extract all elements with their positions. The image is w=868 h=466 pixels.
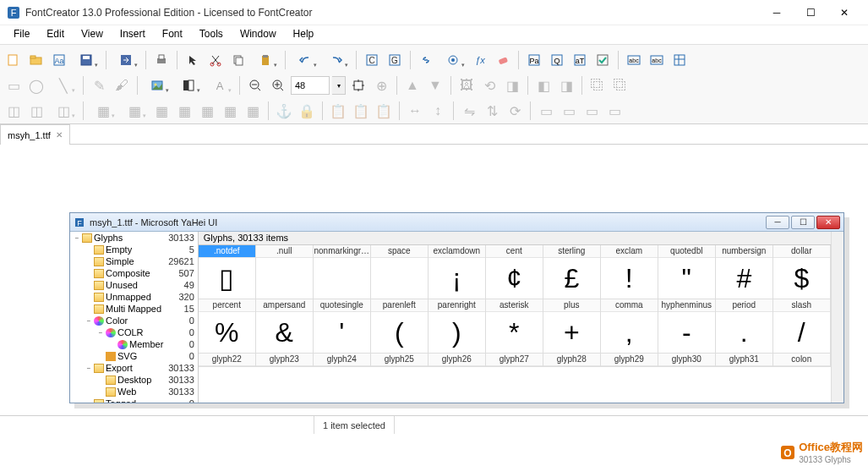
glyph-cell-ampersand[interactable]: ampersand& bbox=[256, 299, 314, 354]
glyph-cell-parenleft[interactable]: parenleft( bbox=[371, 299, 429, 354]
glyph-cell-numbersign[interactable]: numbersign# bbox=[716, 245, 773, 299]
tree-item-desktop[interactable]: Desktop30133 bbox=[70, 374, 198, 386]
cursor-button[interactable] bbox=[183, 50, 203, 70]
abc-button-1[interactable]: abc bbox=[624, 50, 644, 70]
tree-item-multi-mapped[interactable]: Multi Mapped15 bbox=[70, 303, 198, 315]
glyph-cell-glyph31[interactable]: glyph31 bbox=[716, 354, 773, 367]
print-button[interactable] bbox=[151, 50, 172, 70]
glyph-cell-hyphenminus[interactable]: hyphenminus- bbox=[658, 299, 716, 354]
tree-item-unused[interactable]: Unused49 bbox=[70, 279, 198, 291]
undo-button[interactable] bbox=[291, 50, 319, 70]
cut-button[interactable] bbox=[205, 50, 226, 70]
glyph-cell-glyph26[interactable]: glyph26 bbox=[429, 354, 486, 367]
glyph-cell-exclam[interactable]: exclam! bbox=[601, 245, 658, 299]
glyph-cell-parenright[interactable]: parenright) bbox=[429, 299, 486, 354]
glyph-cell-sterling[interactable]: sterling£ bbox=[543, 245, 601, 299]
new-font-button[interactable] bbox=[3, 50, 24, 70]
save-button[interactable] bbox=[72, 50, 101, 70]
glyph-cell-plus[interactable]: plus+ bbox=[543, 299, 601, 354]
menu-font[interactable]: Font bbox=[154, 25, 191, 44]
glyph-c-button[interactable]: C bbox=[362, 50, 382, 70]
paste-button[interactable] bbox=[251, 50, 280, 70]
glyph-cell-space[interactable]: space bbox=[371, 245, 429, 299]
redo-button[interactable] bbox=[322, 50, 351, 70]
glyph-cell-glyph29[interactable]: glyph29 bbox=[601, 354, 658, 367]
tree-item-empty[interactable]: Empty5 bbox=[70, 244, 198, 255]
zoom-in-button[interactable] bbox=[268, 75, 288, 96]
document-tab-bar: msyh_1.ttf ✕ bbox=[0, 124, 868, 145]
tree-item-glyphs[interactable]: −Glyphs30133 bbox=[70, 232, 198, 244]
tree-item-web[interactable]: Web30133 bbox=[70, 386, 198, 397]
glyph-g-button[interactable]: G bbox=[385, 50, 405, 70]
glyph-cell-colon[interactable]: colon bbox=[773, 354, 831, 367]
glyph-cell-glyph22[interactable]: glyph22 bbox=[199, 354, 256, 367]
zoom-level-input[interactable] bbox=[291, 76, 330, 95]
fit-button[interactable] bbox=[348, 75, 368, 96]
contrast-button[interactable] bbox=[174, 75, 203, 96]
font-info-button[interactable]: Aa bbox=[49, 50, 69, 70]
tree-item-svg[interactable]: SVG0 bbox=[70, 350, 198, 362]
menu-help[interactable]: Help bbox=[285, 25, 323, 44]
document-tab-close[interactable]: ✕ bbox=[56, 130, 63, 140]
glyph-cell-quotesingle[interactable]: quotesingle' bbox=[314, 299, 371, 354]
glyph-cell-nonmarkingr…[interactable]: nonmarkingr… bbox=[314, 245, 371, 299]
at-button[interactable]: aT bbox=[570, 50, 590, 70]
vertical-scrollbar[interactable] bbox=[831, 232, 843, 403]
tree-item-color[interactable]: −Color0 bbox=[70, 315, 198, 326]
glyph-cell-glyph28[interactable]: glyph28 bbox=[543, 354, 601, 367]
menu-edit[interactable]: Edit bbox=[38, 25, 73, 44]
fx-button[interactable]: ƒx bbox=[470, 50, 490, 70]
glyph-cell-glyph27[interactable]: glyph27 bbox=[486, 354, 543, 367]
glyph-cell-glyph30[interactable]: glyph30 bbox=[658, 354, 716, 367]
tree-item-colr[interactable]: −COLR0 bbox=[70, 326, 198, 338]
zoom-out-button[interactable] bbox=[245, 75, 265, 96]
qa-button[interactable]: Q bbox=[547, 50, 567, 70]
glyph-cell-glyph23[interactable]: glyph23 bbox=[256, 354, 314, 367]
child-title-bar[interactable]: F msyh_1.ttf - Microsoft YaHei UI ─ ☐ ✕ bbox=[70, 213, 843, 232]
export-button[interactable] bbox=[112, 50, 140, 70]
link-settings-button[interactable] bbox=[439, 50, 467, 70]
child-maximize-button[interactable]: ☐ bbox=[791, 216, 815, 229]
maximize-button[interactable]: ☐ bbox=[794, 2, 827, 24]
zoom-dropdown-button[interactable]: ▾ bbox=[332, 76, 346, 95]
glyph-cell-asterisk[interactable]: asterisk* bbox=[486, 299, 543, 354]
sheet-button[interactable] bbox=[669, 50, 690, 70]
glyph-cell-slash[interactable]: slash/ bbox=[773, 299, 831, 354]
copy-button[interactable] bbox=[228, 50, 248, 70]
erase-button[interactable] bbox=[493, 50, 513, 70]
glyph-cell-comma[interactable]: comma, bbox=[601, 299, 658, 354]
menu-view[interactable]: View bbox=[73, 25, 112, 44]
glyph-cell-exclamdown[interactable]: exclamdown¡ bbox=[429, 245, 486, 299]
glyph-cell-period[interactable]: period. bbox=[716, 299, 773, 354]
check-button[interactable] bbox=[592, 50, 613, 70]
tree-item-simple[interactable]: Simple29621 bbox=[70, 255, 198, 267]
link-button[interactable] bbox=[416, 50, 436, 70]
menu-window[interactable]: Window bbox=[232, 25, 285, 44]
tree-item-tagged[interactable]: −Tagged0 bbox=[70, 397, 198, 403]
glyph-cell-percent[interactable]: percent% bbox=[199, 299, 256, 354]
abc-button-2[interactable]: abc bbox=[647, 50, 667, 70]
child-close-button[interactable]: ✕ bbox=[816, 216, 840, 229]
document-tab[interactable]: msyh_1.ttf ✕ bbox=[0, 124, 70, 145]
glyph-cell-.notdef[interactable]: .notdef▯ bbox=[199, 245, 256, 299]
glyph-cell-dollar[interactable]: dollar$ bbox=[773, 245, 831, 299]
glyph-cell-glyph24[interactable]: glyph24 bbox=[314, 354, 371, 367]
image-button[interactable] bbox=[143, 75, 172, 96]
menu-file[interactable]: File bbox=[5, 25, 38, 44]
category-tree[interactable]: −Glyphs30133Empty5Simple29621Composite50… bbox=[70, 232, 199, 403]
minimize-button[interactable]: ─ bbox=[760, 2, 794, 24]
glyph-cell-cent[interactable]: cent¢ bbox=[486, 245, 543, 299]
glyph-cell-quotedbl[interactable]: quotedbl" bbox=[658, 245, 716, 299]
close-button[interactable]: ✕ bbox=[827, 2, 861, 24]
child-minimize-button[interactable]: ─ bbox=[766, 216, 789, 229]
menu-insert[interactable]: Insert bbox=[112, 25, 154, 44]
menu-tools[interactable]: Tools bbox=[191, 25, 232, 44]
tree-item-member[interactable]: Member0 bbox=[70, 338, 198, 350]
tree-item-export[interactable]: −Export30133 bbox=[70, 362, 198, 374]
glyph-cell-glyph25[interactable]: glyph25 bbox=[371, 354, 429, 367]
open-button[interactable] bbox=[26, 50, 46, 70]
pa-button[interactable]: Pa bbox=[524, 50, 544, 70]
tree-item-unmapped[interactable]: Unmapped320 bbox=[70, 291, 198, 303]
glyph-cell-.null[interactable]: .null bbox=[256, 245, 314, 299]
tree-item-composite[interactable]: Composite507 bbox=[70, 267, 198, 279]
